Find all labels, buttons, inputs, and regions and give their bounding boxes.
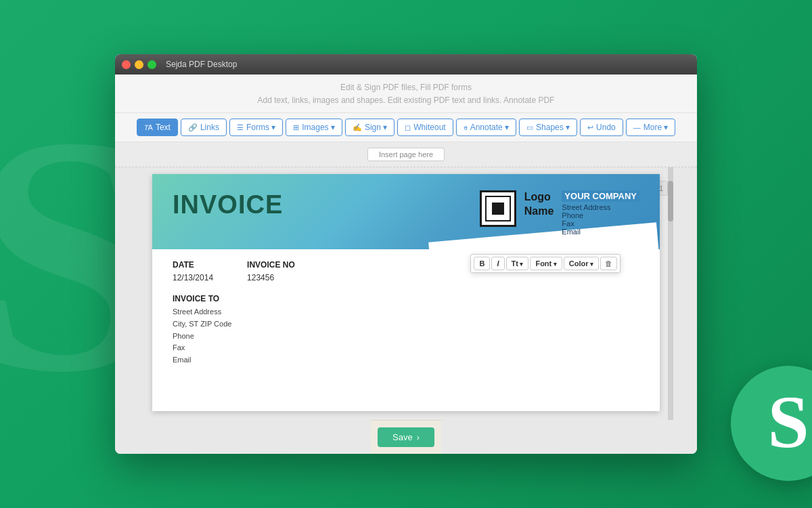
company-email: Email xyxy=(562,228,639,236)
sejda-logo-circle: S xyxy=(731,366,812,481)
app-header: Edit & Sign PDF files, Fill PDF forms Ad… xyxy=(115,75,697,113)
toolbar-annotate-button[interactable]: ꬰ Annotate ▾ xyxy=(456,119,516,136)
window-title: Sejda PDF Desktop xyxy=(166,60,237,69)
invoice-to-city: City, ST ZIP Code xyxy=(173,318,639,331)
save-label: Save xyxy=(392,432,413,442)
company-fax: Fax xyxy=(562,219,639,228)
minimize-button[interactable] xyxy=(135,60,143,69)
toolbar-more-button[interactable]: — More ▾ xyxy=(626,119,676,136)
invoice-no-value: 123456 xyxy=(247,273,274,282)
invoice-meta: DATE 12/13/2014 INVOICE NO 123456 xyxy=(173,260,295,283)
text-icon: 𝘛A xyxy=(144,123,153,132)
insert-page-button[interactable]: Insert page here xyxy=(367,148,445,161)
more-icon: — xyxy=(633,123,641,131)
company-info: YOUR COMPANY Street Address Phone Fax Em… xyxy=(562,190,639,236)
header-line2: Add text, links, images and shapes. Edit… xyxy=(115,94,697,107)
date-label: DATE xyxy=(173,260,213,270)
toolbar-undo-button[interactable]: ↩ Undo xyxy=(580,119,623,136)
links-icon: 🔗 xyxy=(188,123,198,132)
toolbar: 𝘛A Text 🔗 Links ☰ Forms ▾ ⊞ Images ▾ ✍ S… xyxy=(115,113,697,142)
close-button[interactable] xyxy=(122,60,131,69)
toolbar-forms-button[interactable]: ☰ Forms ▾ xyxy=(229,119,283,136)
invoice-no-field: INVOICE NO 123456 xyxy=(247,260,295,283)
invoice-header: INVOICE LogoName YOUR xyxy=(152,174,660,249)
annotate-label: Annotate ▾ xyxy=(470,123,509,132)
toolbar-images-button[interactable]: ⊞ Images ▾ xyxy=(286,119,342,136)
logo-name-text: LogoName xyxy=(524,190,554,219)
color-button[interactable]: Color xyxy=(564,257,599,270)
save-button[interactable]: Save › xyxy=(378,427,434,447)
toolbar-text-button[interactable]: 𝘛A Text xyxy=(137,119,178,136)
title-bar: Sejda PDF Desktop xyxy=(115,54,697,75)
images-icon: ⊞ xyxy=(293,123,299,132)
invoice-to-title: INVOICE TO xyxy=(173,294,639,303)
save-arrow-icon: › xyxy=(417,432,420,442)
bold-button[interactable]: B xyxy=(474,257,490,270)
forms-icon: ☰ xyxy=(237,123,244,132)
links-label: Links xyxy=(200,123,219,132)
annotate-icon: ꬰ xyxy=(464,123,468,131)
invoice-to-address: Street Address xyxy=(173,306,639,318)
undo-label: Undo xyxy=(596,123,616,132)
toolbar-sign-button[interactable]: ✍ Sign ▾ xyxy=(345,119,394,136)
invoice-to-phone: Phone xyxy=(173,331,639,343)
scrollbar[interactable] xyxy=(668,167,673,420)
company-name: YOUR COMPANY xyxy=(562,190,639,202)
sejda-s-logo: S xyxy=(767,385,809,459)
images-label: Images ▾ xyxy=(302,123,335,132)
logo-name: LogoName xyxy=(524,190,554,219)
shapes-icon: ▭ xyxy=(526,123,533,132)
pdf-page-container: 1 INVOICE LogoName xyxy=(139,167,673,420)
sign-label: Sign ▾ xyxy=(365,123,387,132)
app-window: Sejda PDF Desktop Edit & Sign PDF files,… xyxy=(115,54,697,454)
toolbar-links-button[interactable]: 🔗 Links xyxy=(181,119,227,136)
logo-inner xyxy=(485,196,511,221)
undo-icon: ↩ xyxy=(587,123,593,132)
content-area: Insert page here 1 INVOICE xyxy=(115,142,697,454)
save-bar: Save › xyxy=(371,420,441,454)
text-edit-toolbar: B I Tt Font Color 🗑 xyxy=(470,254,621,273)
invoice-to-fax: Fax xyxy=(173,342,639,354)
company-logo xyxy=(480,190,516,227)
date-field: DATE 12/13/2014 xyxy=(173,260,213,283)
shapes-label: Shapes ▾ xyxy=(536,123,570,132)
invoice-no-label: INVOICE NO xyxy=(247,260,295,270)
italic-button[interactable]: I xyxy=(491,257,504,270)
text-size-button[interactable]: Tt xyxy=(506,257,529,270)
text-label: Text xyxy=(156,123,171,132)
pdf-page: INVOICE LogoName YOUR xyxy=(152,174,660,411)
sign-icon: ✍ xyxy=(353,123,362,132)
font-button[interactable]: Font xyxy=(530,257,562,270)
toolbar-shapes-button[interactable]: ▭ Shapes ▾ xyxy=(519,119,577,136)
date-value: 12/13/2014 xyxy=(173,273,213,282)
logo-core xyxy=(492,203,504,215)
invoice-to-section: INVOICE TO Street Address City, ST ZIP C… xyxy=(152,294,660,377)
forms-label: Forms ▾ xyxy=(246,123,275,132)
toolbar-whiteout-button[interactable]: ◻ Whiteout xyxy=(397,119,453,136)
invoice-right: LogoName YOUR COMPANY Street Address Pho… xyxy=(480,190,639,236)
whiteout-label: Whiteout xyxy=(413,123,445,132)
maximize-button[interactable] xyxy=(148,60,156,69)
header-tagline: Edit & Sign PDF files, Fill PDF forms Ad… xyxy=(115,81,697,107)
insert-page-bar: Insert page here xyxy=(115,142,697,167)
header-line1: Edit & Sign PDF files, Fill PDF forms xyxy=(115,81,697,94)
company-phone: Phone xyxy=(562,211,639,219)
more-label: More ▾ xyxy=(644,123,669,132)
scrollbar-thumb[interactable] xyxy=(668,181,673,221)
invoice-title: INVOICE xyxy=(173,190,283,219)
invoice-to-email: Email xyxy=(173,354,639,366)
company-address: Street Address xyxy=(562,203,639,211)
whiteout-icon: ◻ xyxy=(405,123,411,132)
delete-button[interactable]: 🗑 xyxy=(600,257,617,270)
